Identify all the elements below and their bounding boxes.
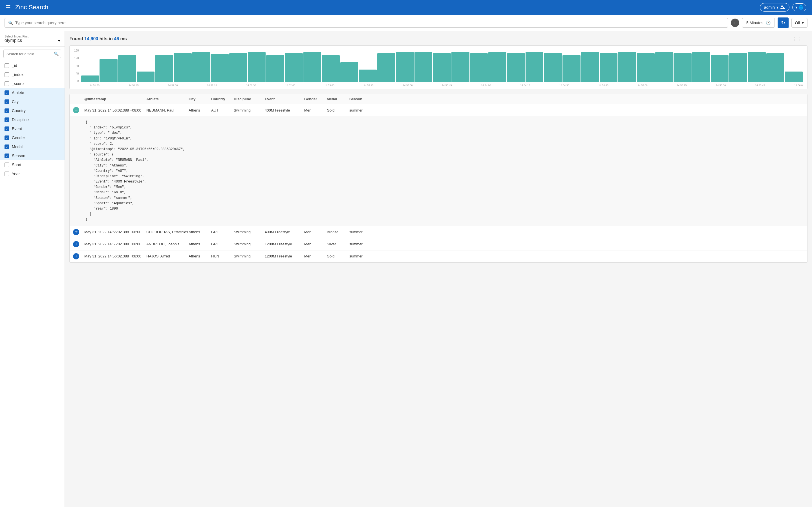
table-cell-event: 1200M Freestyle [265,254,304,258]
menu-icon[interactable]: ☰ [6,4,11,11]
table-col-header: @timestamp [84,97,146,101]
chart-bar [100,59,117,82]
json-panel: { "_index": "olympics", "_type": "_doc",… [70,116,807,226]
field-item[interactable]: Event [0,124,64,133]
table-row-cells: +May 31, 2022 14:56:02.388 +08:00ANDREOU… [70,238,807,250]
chart-container: 16012080400 14:51:3014:51:4514:52:0014:5… [69,45,808,89]
table-col-header: Gender [304,97,327,101]
refresh-icon: ↻ [781,20,785,25]
info-button[interactable]: i [731,18,739,27]
table-cell-season: summer [349,242,372,246]
table-col-header: Event [265,97,304,101]
field-item[interactable]: Athlete [0,88,64,97]
table-body: −May 31, 2022 14:56:02.388 +08:00NEUMANN… [70,104,807,263]
chart-bar [192,52,210,82]
field-search-icon: 🔍 [54,52,59,56]
field-item[interactable]: _index [0,70,64,79]
expand-button[interactable]: + [73,253,79,260]
chart-bar [581,52,599,82]
time-range-button[interactable]: 5 Minutes 🕐 [742,18,775,27]
field-name-label: Discipline [12,117,29,122]
auto-refresh-label: Off [795,20,800,25]
table-cell-discipline: Swimming [234,242,265,246]
language-button[interactable]: ▾ 🌐 [792,3,806,11]
field-checkbox[interactable] [4,108,9,113]
chart-bar [396,52,414,82]
field-name-label: Year [12,172,20,176]
search-bar: 🔍 i 5 Minutes 🕐 ↻ Off ▾ [0,15,812,31]
field-name-label: Athlete [12,91,24,95]
field-search-container: 🔍 [0,47,64,61]
field-name-label: Gender [12,135,25,140]
index-name: olympics [4,38,22,43]
field-checkbox[interactable] [4,145,9,149]
table-cell-country: HUN [211,254,234,258]
field-name-label: Season [12,154,25,158]
field-item[interactable]: _score [0,79,64,88]
chart-bar [451,52,469,82]
time-ms: 46 [114,36,119,41]
table-row-cells: −May 31, 2022 14:56:02.388 +08:00NEUMANN… [70,104,807,116]
field-item[interactable]: Medal [0,142,64,151]
field-checkbox[interactable] [4,135,9,140]
chart-bar [377,53,395,82]
table-row: −May 31, 2022 14:56:02.388 +08:00NEUMANN… [70,104,807,226]
field-item[interactable]: City [0,97,64,106]
field-checkbox[interactable] [4,126,9,131]
chart-bar [137,71,155,82]
table-cell-athlete: CHOROPHAS, Efstathios [146,230,189,234]
field-checkbox[interactable] [4,91,9,95]
table-cell-medal: Gold [327,108,349,112]
chart-y-label: 80 [74,64,79,68]
auto-refresh-button[interactable]: Off ▾ [792,18,808,27]
collapse-button[interactable]: − [73,107,79,113]
chart-bar [285,53,303,82]
chart-bar [711,55,729,82]
field-checkbox[interactable] [4,72,9,77]
field-list: _id_index_scoreAthleteCityCountryDiscipl… [0,61,64,507]
table-cell-event: 400M Freestyle [265,230,304,234]
results-menu-icon[interactable]: ⋮⋮⋮ [792,36,808,42]
field-item[interactable]: _id [0,61,64,70]
field-item[interactable]: Sport [0,160,64,169]
chart-bar [562,55,580,82]
expand-button[interactable]: + [73,241,79,247]
index-select-row[interactable]: olympics ▾ [4,38,60,43]
table-cell-timestamp: May 31, 2022 14:56:02.388 +08:00 [84,108,146,112]
user-group-icon [780,5,785,10]
chart-bar [784,71,803,82]
field-item[interactable]: Year [0,169,64,178]
field-item[interactable]: Country [0,106,64,115]
chart-y-axis: 16012080400 [74,49,79,83]
expand-button[interactable]: + [73,229,79,235]
header: ☰ Zinc Search admin ▾ ▾ 🌐 [0,0,812,15]
table-col-header: Season [349,97,372,101]
main-layout: Select Index First olympics ▾ 🔍 _id_inde… [0,31,812,507]
table-cell-event: 1200M Freestyle [265,242,304,246]
field-search-input[interactable] [6,52,54,56]
chart-bar [211,54,229,82]
chart-bar [488,52,506,82]
field-checkbox[interactable] [4,100,9,104]
field-item[interactable]: Season [0,151,64,160]
field-checkbox[interactable] [4,172,9,176]
table-cell-country: AUT [211,108,234,112]
search-input[interactable] [15,20,724,25]
field-checkbox[interactable] [4,163,9,167]
field-checkbox[interactable] [4,117,9,122]
field-checkbox[interactable] [4,63,9,68]
refresh-button[interactable]: ↻ [777,17,789,28]
field-item[interactable]: Gender [0,133,64,142]
chart-x-label: 14:55:30 [716,84,726,87]
chart-bar [174,53,192,82]
chart-bar [433,53,451,82]
field-checkbox[interactable] [4,154,9,158]
chevron-down-icon3: ▾ [802,20,804,25]
field-item[interactable]: Discipline [0,115,64,124]
time-range-label: 5 Minutes [746,20,763,25]
expand-cell: + [73,241,84,247]
admin-button[interactable]: admin ▾ [760,3,790,11]
field-checkbox[interactable] [4,81,9,86]
chart-y-label: 120 [74,57,79,60]
chart-bar [748,52,766,82]
